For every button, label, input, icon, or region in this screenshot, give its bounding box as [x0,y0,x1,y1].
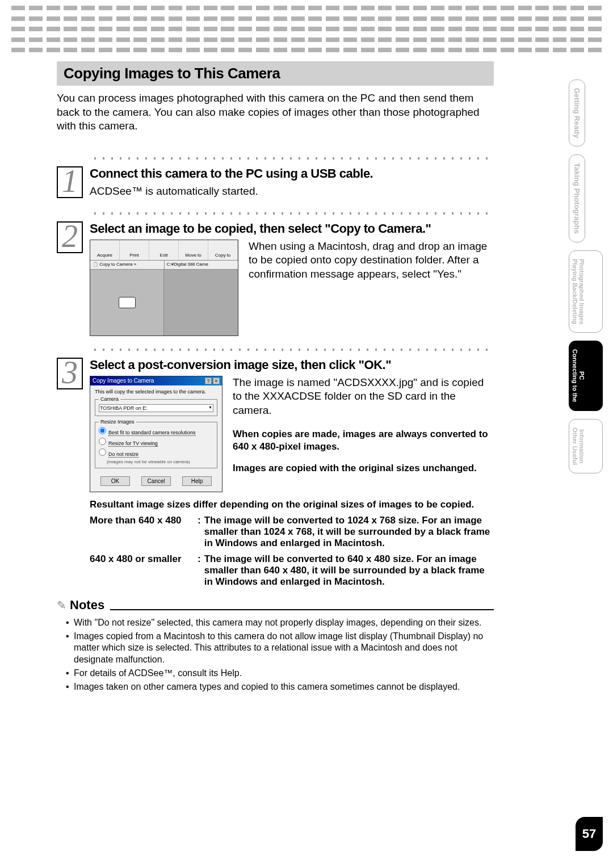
step-2-title: Select an image to be copied, then selec… [90,221,494,236]
radio-tv-viewing: Resize for TV viewing [99,438,213,446]
step-2-desc: When using a Macintosh, drag and drop an… [249,240,490,282]
thumbnail-preview [164,270,238,336]
step-number-1: 1 [57,166,83,198]
tab-taking-photographs[interactable]: Taking Photographs [569,154,585,242]
step-3-bold1: When copies are made, images are always … [233,428,490,453]
tab-other-useful[interactable]: Other Useful Information [569,419,603,473]
tab-playing-back[interactable]: Playing Back/Deleting Photographed Image… [569,250,603,333]
result-label-1: More than 640 x 480 [90,515,198,549]
close-icon: × [213,378,220,384]
note-item: Images taken on other camera types and c… [74,681,494,693]
result-row: More than 640 x 480 : The image will be … [90,515,494,549]
result-desc-1: The image will be converted to 1024 x 76… [204,515,494,549]
step-1-desc: ACDSee™ is automatically started. [90,184,494,199]
toolbar-acquire: Acquire [90,240,120,260]
toolbar-copyto: Copy to [208,240,238,260]
ok-button: OK [100,476,130,486]
dotted-rule-icon [91,347,488,352]
step-1-title: Connect this camera to the PC using a US… [90,166,494,181]
acdsee-screenshot: Acquire Print Edit Move to Copy to 📋 Cop… [90,240,238,336]
note-item: For details of ACDSee™, consult its Help… [74,668,494,680]
dotted-rule-icon [91,211,488,216]
group-resize-label: Resize Images [99,419,136,425]
radio-hint: (Images may not be viewable on camera) [107,459,213,464]
radio-best-fit: Best fit to standard camera resolutions [99,427,213,435]
step-3-title: Select a post-conversion image size, the… [90,358,494,372]
note-item: Images copied from a Macintosh to this c… [74,631,494,666]
tab-getting-ready[interactable]: Getting Ready [569,79,585,146]
camera-icon [119,297,136,308]
notes-rule [110,609,494,610]
radio-do-not-resize: Do not resize [99,448,213,457]
page-number: 57 [576,817,603,851]
dotted-rule-icon [91,156,488,161]
section-title-bar: Copying Images to This Camera [57,61,494,86]
toolbar-print: Print [120,240,149,260]
dialog-msg: This will copy the selected images to th… [95,389,217,395]
intro-text: You can process images photographed with… [57,91,494,133]
section-title: Copying Images to This Camera [64,65,487,82]
result-label-2: 640 x 480 or smaller [90,553,198,588]
result-desc-2: The image will be converted to 640 x 480… [204,553,494,588]
tab-connecting-pc[interactable]: Connecting to the PC [569,341,603,411]
step-3-bold2: Images are copied with the original size… [233,462,490,475]
note-item: With "Do not resize" selected, this came… [74,617,494,629]
notes-title: Notes [70,598,104,613]
pencil-icon: ✎ [57,598,66,612]
toolbar-edit: Edit [149,240,179,260]
side-tabs: Getting Ready Taking Photographs Playing… [569,79,603,481]
help-button: ? [205,378,212,384]
step-number-2: 2 [57,221,83,253]
path-label: C:¥Digital Still Came [165,261,238,269]
step-number-3: 3 [57,358,83,389]
decorative-grid [11,6,602,52]
copy-to-camera-label: 📋 Copy to Camera » [90,261,165,269]
step-1: 1 Connect this camera to the PC using a … [57,166,494,206]
toolbar-moveto: Move to [179,240,208,260]
result-header: Resultant image sizes differ depending o… [90,499,494,510]
step-2: 2 Select an image to be copied, then sel… [57,221,494,336]
group-camera-label: Camera [99,396,120,402]
cancel-button: Cancel [141,476,171,486]
notes-section: ✎ Notes With "Do not resize" selected, t… [57,598,494,693]
copy-dialog-screenshot: Copy Images to Camera ?× This will copy … [90,376,222,492]
dialog-title: Copy Images to Camera [93,378,154,384]
help-button: Help [182,476,212,486]
step-3: 3 Select a post-conversion image size, t… [57,358,494,588]
camera-select: TOSHIBA PDR on E: [99,404,213,412]
step-3-desc: The image is named "ACDSXXXX.jpg" and is… [233,376,490,418]
result-row: 640 x 480 or smaller : The image will be… [90,553,494,588]
